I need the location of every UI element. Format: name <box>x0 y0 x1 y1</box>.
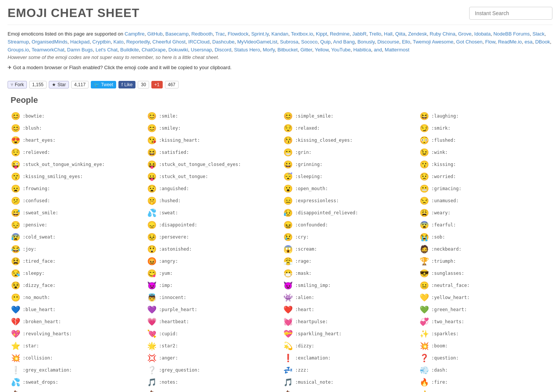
intro-link[interactable]: esa <box>524 39 532 45</box>
intro-link[interactable]: Sprint.ly <box>251 31 269 37</box>
emoji-item[interactable]: 🔥:fire: <box>416 377 552 388</box>
intro-link[interactable]: Quip <box>320 39 330 45</box>
intro-link[interactable]: ChatGrape <box>142 47 166 53</box>
emoji-item[interactable]: 💦:sweat_drops: <box>8 377 144 388</box>
emoji-item[interactable]: 😅:sweat_smile: <box>8 207 144 218</box>
emoji-item[interactable]: 💓:heartpulse: <box>280 316 416 327</box>
emoji-item[interactable]: ❔:grey_question: <box>144 364 280 376</box>
emoji-item[interactable]: ❕:grey_exclamation: <box>8 364 144 376</box>
intro-link[interactable]: Let's Chat <box>95 47 117 53</box>
emoji-item[interactable]: 😊:smile: <box>144 110 280 122</box>
emoji-item[interactable]: 😊:simple_smile: <box>280 110 416 122</box>
intro-link[interactable]: Sococo <box>301 39 317 45</box>
intro-link[interactable]: IRCCloud <box>188 39 210 45</box>
intro-link[interactable]: Gitter <box>300 47 312 53</box>
emoji-item[interactable]: 🤫:hushed: <box>144 195 280 206</box>
emoji-item[interactable]: 😨:fearful: <box>416 219 552 231</box>
emoji-item[interactable]: 😩:weary: <box>416 207 552 218</box>
emoji-item[interactable]: 😥:disappointed_relieved: <box>280 207 416 218</box>
intro-link[interactable]: Dokuwiki <box>168 47 188 53</box>
emoji-item[interactable]: 💨:dash: <box>416 364 552 376</box>
emoji-item[interactable]: 😊:bowtie: <box>8 110 144 122</box>
intro-link[interactable]: Bonusly <box>358 39 375 45</box>
star-button[interactable]: ★ Star <box>49 81 69 88</box>
emoji-item[interactable]: 💥:collision: <box>8 352 144 364</box>
intro-link[interactable]: Trac <box>215 31 225 37</box>
emoji-item[interactable]: 💙:blue_heart: <box>8 304 144 315</box>
emoji-item[interactable]: 😪:sleepy: <box>8 268 144 279</box>
intro-link[interactable]: Twemoji Awesome <box>413 39 453 45</box>
emoji-item[interactable]: 💗:heartbeat: <box>144 316 280 327</box>
intro-link[interactable]: Mattermost <box>385 47 409 53</box>
emoji-item[interactable]: 😣:persevere: <box>144 231 280 243</box>
emoji-item[interactable]: 😴:sleeping: <box>280 171 416 182</box>
intro-link[interactable]: Ello <box>402 39 410 45</box>
intro-link[interactable]: Streamup <box>8 39 29 45</box>
emoji-item[interactable]: 😷:mask: <box>280 268 416 279</box>
emoji-item[interactable]: 🎵:notes: <box>144 377 280 388</box>
emoji-item[interactable]: 😭:sob: <box>416 231 552 243</box>
intro-link[interactable]: Textbox.io <box>291 31 313 37</box>
tweet-button[interactable]: 🐦 Tweet <box>91 81 116 88</box>
emoji-item[interactable]: 😈:smiling_imp: <box>280 280 416 291</box>
intro-link[interactable]: JabbR <box>352 31 367 37</box>
emoji-item[interactable]: 😚:kissing_closed_eyes: <box>280 135 416 146</box>
emoji-item[interactable]: 💦:sweat: <box>144 207 280 218</box>
emoji-item[interactable]: 💩:shit: <box>280 389 416 392</box>
emoji-item[interactable]: 💔:broken_heart: <box>8 316 144 327</box>
intro-link[interactable]: Discord <box>215 47 231 53</box>
emoji-item[interactable]: 😡:angry: <box>144 256 280 267</box>
emoji-item[interactable]: 💩:hankey: <box>8 389 144 392</box>
intro-link[interactable]: Idobata <box>474 31 490 37</box>
emoji-item[interactable]: 😍:heart_eyes: <box>8 135 144 146</box>
intro-link[interactable]: Cryptbin <box>92 39 110 45</box>
emoji-item[interactable]: 💖:revolving_hearts: <box>8 328 144 339</box>
emoji-item[interactable]: 💚:green_heart: <box>416 304 552 315</box>
emoji-item[interactable]: ❓:question: <box>416 352 552 364</box>
intro-link[interactable]: And Bang <box>333 39 355 45</box>
emoji-item[interactable]: 💜:purple_heart: <box>144 304 280 315</box>
like-button[interactable]: f Like <box>118 81 135 88</box>
emoji-item[interactable]: 😏:smirk: <box>416 122 552 134</box>
emoji-item[interactable]: 🌟:star2: <box>144 340 280 352</box>
intro-link[interactable]: TeamworkChat <box>31 47 64 53</box>
emoji-item[interactable]: 🎵:musical_note: <box>280 377 416 388</box>
emoji-item[interactable]: 😫:tired_face: <box>8 256 144 267</box>
intro-link[interactable]: and <box>374 47 382 53</box>
emoji-item[interactable]: 💩:poop: <box>144 389 280 392</box>
intro-link[interactable]: Grove <box>458 31 471 37</box>
emoji-item[interactable]: 💝:sparkling_heart: <box>280 328 416 339</box>
emoji-item[interactable]: 😝:stuck_out_tongue_closed_eyes: <box>144 159 280 170</box>
emoji-item[interactable]: 💛:yellow_heart: <box>416 292 552 303</box>
intro-link[interactable]: Bitbucket <box>277 47 297 53</box>
emoji-item[interactable]: ❗:exclamation: <box>280 352 416 364</box>
intro-link[interactable]: Ruby China <box>430 31 456 37</box>
intro-link[interactable]: YouTube <box>331 47 350 53</box>
emoji-item[interactable]: ✨:sparkles: <box>416 328 552 339</box>
intro-link[interactable]: Cheerful Ghost <box>152 39 185 45</box>
emoji-item[interactable]: 😉:wink: <box>416 147 552 158</box>
intro-link[interactable]: Redmine <box>330 31 350 37</box>
intro-link[interactable]: Trello <box>369 31 381 37</box>
emoji-item[interactable]: 😎:sunglasses: <box>416 268 552 279</box>
emoji-item[interactable]: 😢:cry: <box>280 231 416 243</box>
emoji-item[interactable]: 😁:grin: <box>280 147 416 158</box>
intro-link[interactable]: Dashcube <box>212 39 235 45</box>
emoji-item[interactable]: 😗:kissing: <box>416 159 552 170</box>
intro-link[interactable]: Discourse <box>377 39 399 45</box>
emoji-item[interactable]: 😐:neutral_face: <box>416 280 552 291</box>
emoji-item[interactable]: 😙:kissing_smiling_eyes: <box>8 171 144 182</box>
emoji-item[interactable]: 💞:two_hearts: <box>416 316 552 327</box>
emoji-item[interactable]: ❤️:heart: <box>280 304 416 315</box>
emoji-item[interactable]: 😖:confounded: <box>280 219 416 231</box>
emoji-item[interactable]: 😒:unamused: <box>416 195 552 206</box>
gplus-button[interactable]: +1 <box>151 81 163 88</box>
intro-link[interactable]: Subrosa <box>280 39 298 45</box>
emoji-item[interactable]: 😆:satisfied: <box>144 147 280 158</box>
fork-button[interactable]: ⑂ Fork <box>8 81 27 88</box>
emoji-item[interactable]: 😦:frowning: <box>8 183 144 194</box>
intro-link[interactable]: Basecamp <box>165 31 188 37</box>
emoji-item[interactable]: 💫:dizzy: <box>280 340 416 352</box>
intro-link[interactable]: Zendesk <box>408 31 427 37</box>
search-input[interactable] <box>469 7 552 20</box>
